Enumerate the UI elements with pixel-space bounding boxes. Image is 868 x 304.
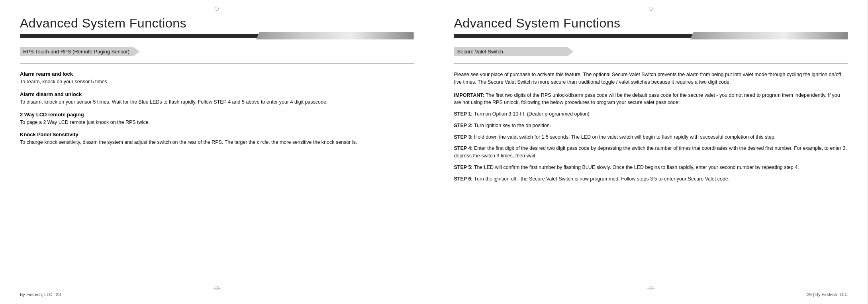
step-4-label: STEP 4: — [454, 145, 473, 151]
right-page: Advanced System Functions Secure Valet S… — [434, 0, 868, 304]
section-alarm-disarm-text: To disarm, knock on your sensor 5 times.… — [20, 98, 414, 106]
step-2: STEP 2: Turn ignition key to the on posi… — [454, 122, 848, 129]
section-alarm-rearm: Alarm rearm and lock To rearm, knock on … — [20, 71, 414, 86]
step-3-label: STEP 3: — [454, 134, 473, 140]
crosshair-top — [213, 5, 221, 13]
step-2-text: Turn ignition key to the on position. — [473, 123, 551, 128]
right-crosshair-top — [647, 5, 655, 13]
important-label: IMPORTANT: — [454, 92, 484, 98]
right-footer: 29 | By Firstech, LLC — [807, 292, 848, 297]
step-5: STEP 5: The LED will confirm the first n… — [454, 164, 848, 171]
right-section-label: Secure Valet Switch — [454, 47, 574, 56]
left-footer: By Firstech, LLC | 28 — [20, 292, 61, 297]
section-lcd-paging: 2 Way LCD remote paging To page a 2 Way … — [20, 112, 414, 126]
important-text-content: The first two digits of the RPS unlock/d… — [454, 92, 840, 106]
step-3: STEP 3: Hold down the valet switch for 1… — [454, 133, 848, 141]
intro-text: Please see your place of purchase to act… — [454, 71, 848, 86]
step-6-label: STEP 6: — [454, 176, 473, 182]
crosshair-bottom — [213, 284, 221, 292]
section-lcd-paging-title: 2 Way LCD remote paging — [20, 112, 414, 118]
right-header-bar — [454, 34, 848, 38]
step-5-label: STEP 5: — [454, 165, 473, 170]
section-knock-sensitivity: Knock Panel Sensitivity To change knock … — [20, 131, 414, 146]
step-3-text: Hold down the valet switch for 1.5 secon… — [473, 134, 776, 140]
section-knock-sensitivity-title: Knock Panel Sensitivity — [20, 131, 414, 137]
right-page-title: Advanced System Functions — [454, 16, 848, 31]
intro-block: Please see your place of purchase to act… — [454, 71, 848, 86]
section-knock-sensitivity-text: To change knock sensitivity, disarm the … — [20, 139, 414, 146]
left-page-title: Advanced System Functions — [20, 16, 414, 31]
left-section-label: RPS Touch and RPS (Remote Paging Sensor) — [20, 47, 139, 56]
section-alarm-rearm-text: To rearm, knock on your sensor 5 times. — [20, 78, 414, 86]
section-alarm-disarm: Alarm disarm and unlock To disarm, knock… — [20, 91, 414, 106]
step-4: STEP 4: Enter the first digit of the des… — [454, 145, 848, 160]
left-header-decoration — [256, 32, 413, 39]
left-divider — [20, 63, 414, 64]
right-header-decoration — [690, 32, 848, 39]
step-4-text: Enter the first digit of the desired two… — [454, 145, 847, 159]
step-2-label: STEP 2: — [454, 123, 473, 128]
step-1: STEP 1: Turn on Option 3-10-III. (Dealer… — [454, 110, 848, 118]
right-divider — [454, 63, 848, 64]
step-5-text: The LED will confirm the first number by… — [473, 165, 799, 170]
left-header-bar — [20, 34, 414, 38]
left-page: Advanced System Functions RPS Touch and … — [0, 0, 434, 304]
section-alarm-disarm-title: Alarm disarm and unlock — [20, 91, 414, 97]
step-6-text: Turn the ignition off - the Secure Valet… — [473, 176, 730, 182]
right-crosshair-bottom — [647, 284, 655, 292]
step-6: STEP 6: Turn the ignition off - the Secu… — [454, 175, 848, 183]
section-lcd-paging-text: To page a 2 Way LCD remote just knock on… — [20, 119, 414, 126]
step-1-label: STEP 1: — [454, 111, 473, 117]
important-block: IMPORTANT: The first two digits of the R… — [454, 92, 848, 107]
section-alarm-rearm-title: Alarm rearm and lock — [20, 71, 414, 77]
step-1-text: Turn on Option 3-10-III. (Dealer program… — [473, 111, 590, 117]
